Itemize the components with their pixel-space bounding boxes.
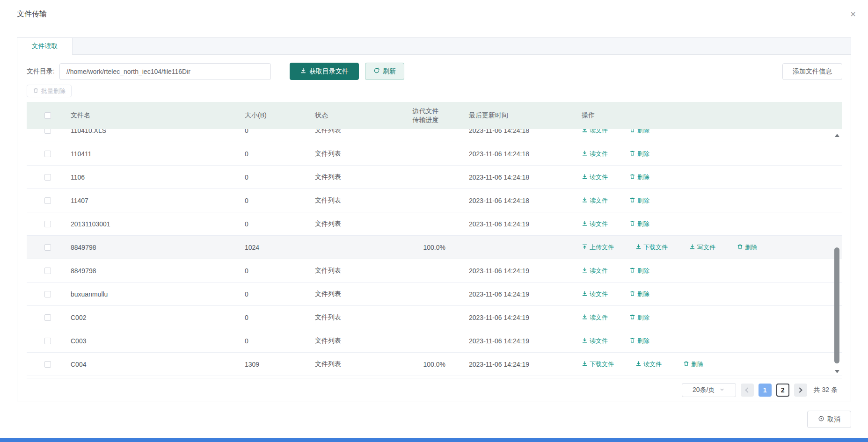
action-link-trash[interactable]: 删除 (629, 337, 649, 345)
row-checkbox[interactable] (44, 129, 51, 134)
cell-updated: 2023-11-06 14:24:18 (450, 150, 580, 158)
action-label: 读文件 (590, 290, 608, 298)
prev-page-button[interactable] (741, 384, 754, 397)
scrollbar-thumb[interactable] (834, 247, 839, 363)
row-checkbox[interactable] (44, 221, 51, 227)
trash-icon (629, 150, 635, 158)
action-link-download[interactable]: 读文件 (635, 360, 662, 369)
download-icon (582, 174, 588, 181)
trash-icon (629, 197, 635, 204)
page-list: 12 (759, 384, 789, 397)
action-link-download[interactable]: 读文件 (582, 196, 608, 205)
cell-actions: 读文件删除 (580, 267, 842, 275)
action-link-trash[interactable]: 删除 (629, 173, 649, 181)
refresh-label: 刷新 (383, 67, 396, 76)
page-button-2[interactable]: 2 (776, 384, 789, 397)
action-link-trash[interactable]: 删除 (629, 313, 649, 322)
action-link-download[interactable]: 写文件 (689, 243, 715, 252)
scroll-down-icon[interactable] (835, 370, 839, 373)
col-actions: 操作 (580, 111, 842, 120)
row-checkbox[interactable] (44, 151, 51, 157)
action-link-download[interactable]: 下载文件 (635, 243, 668, 252)
select-all-checkbox[interactable] (44, 112, 51, 119)
upload-icon (582, 244, 588, 251)
row-checkbox[interactable] (44, 197, 51, 204)
dialog-footer: 取消 (17, 411, 851, 428)
scroll-up-icon[interactable] (835, 134, 839, 137)
cell-status: 文件列表 (313, 337, 401, 345)
tab-panel: 文件读取 文件目录: 获取目录文件 刷新 添加文件信息 (17, 37, 851, 401)
row-checkbox[interactable] (44, 291, 51, 297)
table-body: 110410.XLS0文件列表2023-11-06 14:24:18读文件删除1… (27, 129, 842, 378)
toolbar: 文件目录: 获取目录文件 刷新 添加文件信息 (27, 63, 842, 80)
table-row: 88497980文件列表2023-11-06 14:24:19读文件删除 (27, 259, 842, 283)
action-link-upload[interactable]: 上传文件 (582, 243, 614, 252)
action-link-trash[interactable]: 删除 (629, 267, 649, 275)
total-count: 共 32 条 (814, 386, 838, 394)
add-file-info-button[interactable]: 添加文件信息 (782, 63, 842, 80)
row-checkbox[interactable] (44, 338, 51, 344)
row-checkbox-cell (27, 291, 69, 297)
cell-status: 文件列表 (313, 220, 401, 228)
cell-name: C003 (69, 337, 243, 345)
cell-size: 0 (243, 314, 313, 321)
cell-size: 0 (243, 150, 313, 158)
chevron-left-icon (745, 387, 750, 392)
action-link-download[interactable]: 读文件 (582, 173, 608, 181)
fetch-directory-button[interactable]: 获取目录文件 (290, 63, 359, 80)
refresh-button[interactable]: 刷新 (365, 63, 404, 80)
add-file-info-label: 添加文件信息 (793, 67, 832, 76)
tab-file-read[interactable]: 文件读取 (17, 38, 73, 55)
action-link-trash[interactable]: 删除 (629, 150, 649, 158)
action-label: 删除 (637, 196, 649, 205)
trash-icon (33, 87, 39, 95)
directory-input[interactable] (59, 63, 271, 80)
action-label: 删除 (637, 337, 649, 345)
cell-size: 1309 (243, 361, 313, 368)
row-checkbox-cell (27, 174, 69, 181)
row-checkbox[interactable] (44, 314, 51, 321)
action-link-trash[interactable]: 删除 (629, 196, 649, 205)
download-icon (300, 67, 306, 75)
row-checkbox[interactable] (44, 268, 51, 274)
action-link-trash[interactable]: 删除 (629, 290, 649, 298)
action-link-download[interactable]: 读文件 (582, 290, 608, 298)
action-link-download[interactable]: 读文件 (582, 337, 608, 345)
col-updated: 最后更新时间 (450, 111, 580, 120)
next-page-button[interactable] (794, 384, 807, 397)
cell-size: 0 (243, 220, 313, 228)
download-icon (582, 337, 588, 345)
tab-bar: 文件读取 (17, 38, 851, 55)
action-link-download[interactable]: 读文件 (582, 129, 608, 135)
cell-actions: 上传文件下载文件写文件删除 (580, 243, 842, 252)
cell-size: 0 (243, 174, 313, 181)
download-icon (582, 290, 588, 298)
row-checkbox[interactable] (44, 361, 51, 368)
action-link-trash[interactable]: 删除 (629, 129, 649, 135)
trash-icon (629, 220, 635, 228)
action-link-trash[interactable]: 删除 (683, 360, 703, 369)
action-link-download[interactable]: 读文件 (582, 150, 608, 158)
cancel-button[interactable]: 取消 (807, 411, 851, 428)
batch-delete-button[interactable]: 批量删除 (27, 85, 72, 97)
download-icon (582, 129, 588, 134)
page-size-select[interactable]: 20条/页 (682, 383, 736, 397)
page-button-1[interactable]: 1 (759, 384, 772, 397)
download-icon (582, 197, 588, 204)
cell-size: 0 (243, 337, 313, 345)
action-link-trash[interactable]: 删除 (737, 243, 757, 252)
chevron-down-icon (719, 386, 725, 394)
action-label: 上传文件 (590, 243, 614, 252)
row-checkbox-cell (27, 361, 69, 368)
row-checkbox[interactable] (44, 244, 51, 251)
action-link-download[interactable]: 下载文件 (582, 360, 614, 369)
action-link-download[interactable]: 读文件 (582, 313, 608, 322)
row-checkbox-cell (27, 221, 69, 227)
cell-actions: 读文件删除 (580, 313, 842, 322)
close-icon[interactable]: × (850, 9, 856, 19)
row-checkbox[interactable] (44, 174, 51, 181)
action-link-trash[interactable]: 删除 (629, 220, 649, 228)
action-link-download[interactable]: 读文件 (582, 267, 608, 275)
trash-icon (737, 244, 743, 251)
action-link-download[interactable]: 读文件 (582, 220, 608, 228)
